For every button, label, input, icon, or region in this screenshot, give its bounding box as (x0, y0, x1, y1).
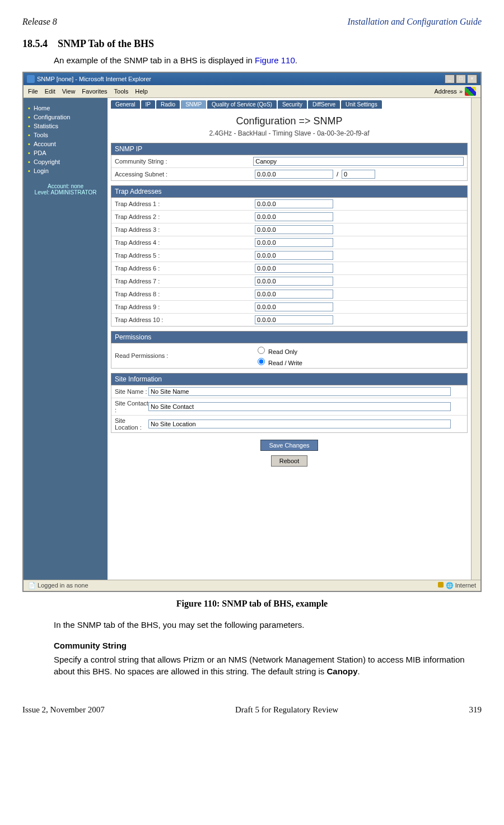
window-buttons: _ □ × (445, 74, 477, 83)
trap-address-label: Trap Address 4 : (115, 239, 255, 246)
section-title: SNMP Tab of the BHS (58, 38, 154, 49)
menu-tools[interactable]: Tools (114, 88, 129, 95)
site-label: Site Contact : (115, 400, 148, 413)
trap-address-label: Trap Address 3 : (115, 226, 255, 233)
footer-right: 319 (469, 705, 482, 715)
page-header: Release 8 Installation and Configuration… (22, 17, 482, 27)
figure-link[interactable]: Figure 110 (255, 55, 295, 65)
site-input-1[interactable] (148, 387, 451, 396)
footer-left: Issue 2, November 2007 (22, 705, 105, 715)
trap-address-input-9[interactable] (255, 302, 333, 311)
community-string-label: Community String : (115, 158, 253, 165)
menu-file[interactable]: File (28, 88, 38, 95)
subnet-separator: / (337, 171, 338, 178)
menu-edit[interactable]: Edit (45, 88, 55, 95)
trap-address-label: Trap Address 7 : (115, 278, 255, 285)
menu-view[interactable]: View (62, 88, 76, 95)
ie-icon (27, 75, 35, 83)
trap-address-input-5[interactable] (255, 251, 333, 260)
reboot-button[interactable]: Reboot (271, 455, 307, 467)
trap-address-label: Trap Address 10 : (115, 316, 255, 323)
tab-ip[interactable]: IP (141, 100, 155, 109)
trap-address-input-8[interactable] (255, 290, 333, 299)
trap-address-input-10[interactable] (255, 315, 333, 324)
tab-snmp[interactable]: SNMP (181, 100, 206, 109)
radio-read-write[interactable]: Read / Write (255, 356, 302, 366)
close-button[interactable]: × (467, 74, 477, 83)
sidebar-item-account[interactable]: Account (27, 139, 104, 148)
minimize-button[interactable]: _ (445, 74, 455, 83)
account-info: Account: none Level: ADMINISTRATOR (27, 183, 104, 195)
community-string-input[interactable] (253, 157, 464, 166)
trap-address-label: Trap Address 1 : (115, 201, 255, 207)
trap-address-input-1[interactable] (255, 199, 333, 208)
subnet-ip-input[interactable] (255, 170, 333, 179)
trap-address-label: Trap Address 8 : (115, 291, 255, 297)
header-left: Release 8 (22, 17, 57, 27)
menu-help[interactable]: Help (135, 88, 148, 95)
trap-address-input-4[interactable] (255, 238, 333, 247)
site-input-2[interactable] (148, 402, 451, 411)
sidebar-item-configuration[interactable]: Configuration (27, 113, 104, 122)
param-community-string-head: Community String (54, 641, 482, 650)
site-label: Site Location : (115, 417, 148, 431)
sidebar-item-home[interactable]: Home (27, 104, 104, 113)
trap-address-input-3[interactable] (255, 225, 333, 234)
section-number: 18.5.4 (22, 38, 48, 49)
trap-address-input-2[interactable] (255, 212, 333, 221)
footer-center: Draft 5 for Regulatory Review (235, 705, 338, 715)
trap-address-label: Trap Address 9 : (115, 304, 255, 310)
sidebar-item-statistics[interactable]: Statistics (27, 122, 104, 130)
menu-items: File Edit View Favorites Tools Help (25, 88, 148, 95)
trap-address-label: Trap Address 6 : (115, 265, 255, 272)
vertical-scrollbar[interactable] (471, 98, 480, 580)
sidebar-item-login[interactable]: Login (27, 166, 104, 175)
status-left: Logged in as none (38, 582, 88, 589)
trap-addresses-header: Trap Addresses (111, 185, 468, 198)
figure-caption: Figure 110: SNMP tab of BHS, example (22, 599, 482, 609)
status-right: Internet (455, 582, 476, 589)
save-changes-button[interactable]: Save Changes (260, 440, 318, 451)
page-title: Configuration => SNMP (111, 115, 468, 127)
tab-general[interactable]: General (111, 100, 140, 109)
intro-paragraph: An example of the SNMP tab in a BHS is d… (54, 54, 482, 66)
tab-diffserve[interactable]: DiffServe (308, 100, 340, 109)
tab-security[interactable]: Security (278, 100, 307, 109)
tab-unit-settings[interactable]: Unit Settings (341, 100, 382, 109)
sidebar: Home Configuration Statistics Tools Acco… (24, 98, 108, 580)
site-label: Site Name : (115, 388, 148, 395)
lock-icon (438, 582, 444, 588)
header-right: Installation and Configuration Guide (347, 17, 482, 27)
status-bar: 📄 Logged in as none 🌐 Internet (24, 580, 480, 591)
trap-address-label: Trap Address 5 : (115, 252, 255, 259)
globe-icon: 🌐 (446, 582, 454, 589)
sidebar-item-copyright[interactable]: Copyright (27, 157, 104, 166)
permissions-header: Permissions (111, 331, 468, 343)
page-footer: Issue 2, November 2007 Draft 5 for Regul… (22, 705, 482, 715)
site-input-3[interactable] (148, 420, 451, 428)
page-icon: 📄 (28, 582, 36, 589)
sidebar-item-pda[interactable]: PDA (27, 148, 104, 157)
trap-address-input-6[interactable] (255, 264, 333, 273)
site-information-header: Site Information (111, 373, 468, 385)
trap-address-input-7[interactable] (255, 277, 333, 286)
trap-address-label: Trap Address 2 : (115, 213, 255, 220)
main-content: General IP Radio SNMP Quality of Service… (108, 98, 471, 580)
tab-bar: General IP Radio SNMP Quality of Service… (111, 98, 468, 110)
tab-qos[interactable]: Quality of Service (QoS) (207, 100, 277, 109)
windows-flag-icon (465, 87, 476, 96)
menubar: File Edit View Favorites Tools Help Addr… (24, 85, 480, 98)
maximize-button[interactable]: □ (456, 74, 466, 83)
address-label: Address (435, 88, 457, 95)
read-permissions-label: Read Permissions : (115, 352, 255, 359)
after-figure-text: In the SNMP tab of the BHS, you may set … (54, 619, 482, 631)
snmp-ip-header: SNMP IP (111, 143, 468, 155)
tab-radio[interactable]: Radio (156, 100, 180, 109)
menu-favorites[interactable]: Favorites (82, 88, 107, 95)
section-heading: 18.5.4 SNMP Tab of the BHS (22, 38, 482, 50)
subnet-mask-input[interactable] (342, 170, 375, 179)
sidebar-item-tools[interactable]: Tools (27, 130, 104, 139)
window-titlebar: SNMP [none] - Microsoft Internet Explore… (24, 73, 480, 85)
radio-read-only[interactable]: Read Only (255, 345, 302, 355)
address-chevron[interactable]: » (459, 88, 463, 95)
